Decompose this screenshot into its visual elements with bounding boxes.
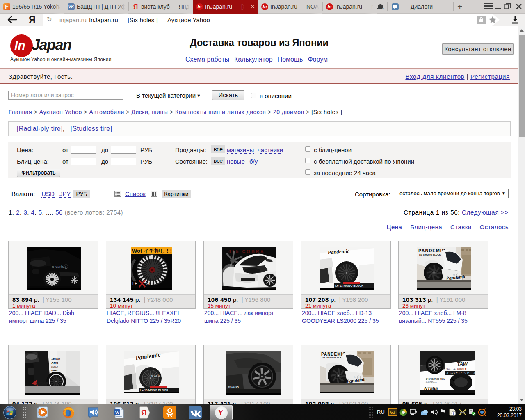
svg-text:245/35ZR20 95W: 245/35ZR20 95W <box>426 378 445 380</box>
svg-text:MJ-035: MJ-035 <box>228 385 239 389</box>
svg-text:LE: LE <box>132 281 138 286</box>
svg-text:XTRAP: XTRAP <box>35 381 48 386</box>
svg-text:週線・つ挠い目放く: 週線・つ挠い目放く <box>446 368 463 370</box>
svg-text:c: c <box>65 265 67 268</box>
svg-text:TAW: TAW <box>457 361 468 367</box>
svg-text:PANDEMIC: PANDEMIC <box>321 352 346 356</box>
svg-text:e-carts: e-carts <box>52 265 64 269</box>
svg-text:3L: 3L <box>146 281 151 286</box>
svg-text:L■-13 MONO BLOCK: L■-13 MONO BLOCK <box>335 284 363 287</box>
svg-text:■■■■■: ■■■■■ <box>51 369 57 371</box>
svg-text:ts: ts <box>453 274 455 276</box>
svg-text:L■-13 MONO BLOCK: L■-13 MONO BLOCK <box>140 389 168 392</box>
svg-text:AP1606: AP1606 <box>51 358 60 361</box>
svg-text:ts: ts <box>354 376 356 379</box>
svg-text:PANDEMIC: PANDEMIC <box>418 248 445 253</box>
svg-text:c: c <box>358 376 359 379</box>
svg-text:CRS: CRS <box>51 361 59 365</box>
svg-text:e-carts c: e-carts c <box>151 374 162 377</box>
svg-text:ESSEX: ESSEX <box>51 365 58 368</box>
svg-text:LM-8 MONO BLOCK: LM-8 MONO BLOCK <box>322 356 342 359</box>
svg-text:c: c <box>457 274 458 276</box>
svg-text:Wot イチ押し ! !: Wot イチ押し ! ! <box>132 248 172 254</box>
svg-text:W: W <box>115 410 120 415</box>
svg-text:LM-8 MONO BLOCK: LM-8 MONO BLOCK <box>419 253 441 256</box>
svg-text:NT555: NT555 <box>424 386 438 391</box>
svg-text:外径690mm: 外径690mm <box>426 381 437 383</box>
svg-text:Я: Я <box>141 409 147 417</box>
